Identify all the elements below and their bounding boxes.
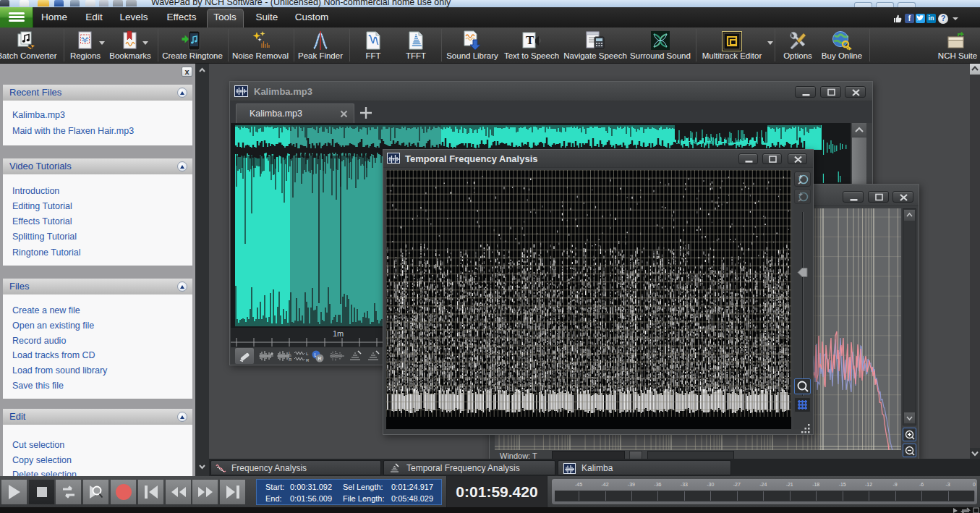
svg-text:L: L: [289, 351, 291, 355]
svg-text:R: R: [318, 356, 322, 361]
svg-text:R: R: [306, 358, 310, 362]
svg-text:L: L: [306, 352, 309, 356]
svg-text:R: R: [289, 357, 292, 362]
svg-text:T: T: [526, 33, 534, 47]
